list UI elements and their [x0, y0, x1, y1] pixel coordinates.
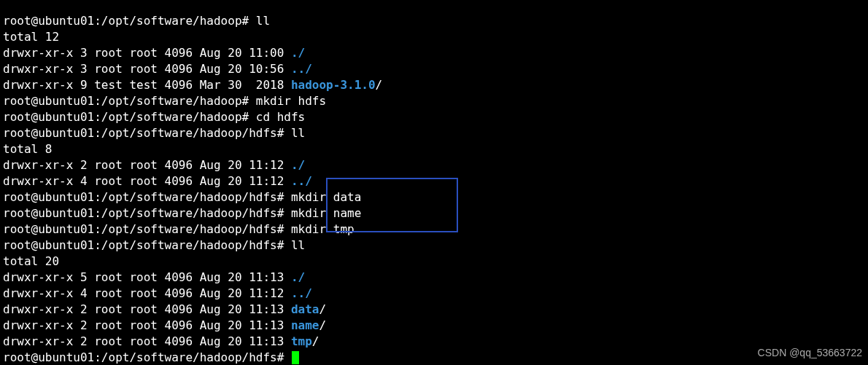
command: ll — [256, 14, 270, 28]
dir-dotdot: ../ — [291, 286, 312, 300]
command: mkdir hdfs — [256, 94, 326, 108]
line-listing: drwxr-xr-x 5 root root 4096 Aug 20 11:13… — [3, 270, 305, 284]
line-prompt: root@ubuntu01:/opt/software/hadoop# mkdi… — [3, 94, 326, 108]
line-listing: drwxr-xr-x 9 test test 4096 Mar 30 2018 … — [3, 78, 382, 92]
prompt: root@ubuntu01:/opt/software/hadoop/hdfs# — [3, 350, 291, 364]
line-prompt: root@ubuntu01:/opt/software/hadoop/hdfs#… — [3, 206, 361, 220]
line-listing: drwxr-xr-x 4 root root 4096 Aug 20 11:12… — [3, 286, 312, 300]
line-listing: drwxr-xr-x 4 root root 4096 Aug 20 11:12… — [3, 174, 312, 188]
line-listing: drwxr-xr-x 2 root root 4096 Aug 20 11:13… — [3, 318, 326, 332]
line-listing: drwxr-xr-x 2 root root 4096 Aug 20 11:12… — [3, 158, 305, 172]
command: mkdir tmp — [291, 222, 354, 236]
prompt: root@ubuntu01:/opt/software/hadoop/hdfs# — [3, 190, 291, 204]
dir-name: name — [291, 318, 319, 332]
dir-tmp: tmp — [291, 334, 312, 348]
line-total: total 8 — [3, 142, 52, 156]
line-prompt: root@ubuntu01:/opt/software/hadoop/hdfs#… — [3, 190, 361, 204]
dir-dotdot: ../ — [291, 62, 312, 76]
prompt: root@ubuntu01:/opt/software/hadoop# — [3, 110, 256, 124]
command: mkdir name — [291, 206, 361, 220]
cursor-icon — [292, 351, 299, 364]
watermark: CSDN @qq_53663722 — [758, 345, 862, 361]
dir-dotdot: ../ — [291, 174, 312, 188]
dir-dot: ./ — [291, 46, 305, 60]
line-listing: drwxr-xr-x 3 root root 4096 Aug 20 10:56… — [3, 62, 312, 76]
command: ll — [291, 126, 305, 140]
prompt: root@ubuntu01:/opt/software/hadoop/hdfs# — [3, 238, 291, 252]
prompt: root@ubuntu01:/opt/software/hadoop/hdfs# — [3, 206, 291, 220]
prompt: root@ubuntu01:/opt/software/hadoop/hdfs# — [3, 222, 291, 236]
prompt: root@ubuntu01:/opt/software/hadoop# — [3, 14, 256, 28]
line-total: total 20 — [3, 254, 59, 268]
line-prompt: root@ubuntu01:/opt/software/hadoop# ll — [3, 14, 270, 28]
line-prompt: root@ubuntu01:/opt/software/hadoop/hdfs#… — [3, 222, 354, 236]
dir-data: data — [291, 302, 319, 316]
line-listing: drwxr-xr-x 2 root root 4096 Aug 20 11:13… — [3, 334, 319, 348]
line-prompt: root@ubuntu01:/opt/software/hadoop/hdfs#… — [3, 238, 305, 252]
line-prompt: root@ubuntu01:/opt/software/hadoop# cd h… — [3, 110, 305, 124]
line-listing: drwxr-xr-x 3 root root 4096 Aug 20 11:00… — [3, 46, 305, 60]
terminal[interactable]: root@ubuntu01:/opt/software/hadoop# ll t… — [0, 12, 868, 365]
line-prompt: root@ubuntu01:/opt/software/hadoop/hdfs# — [3, 350, 299, 364]
line-total: total 12 — [3, 30, 59, 44]
dir-dot: ./ — [291, 270, 305, 284]
line-listing: drwxr-xr-x 2 root root 4096 Aug 20 11:13… — [3, 302, 326, 316]
command: mkdir data — [291, 190, 361, 204]
prompt: root@ubuntu01:/opt/software/hadoop/hdfs# — [3, 126, 291, 140]
dir-dot: ./ — [291, 158, 305, 172]
line-prompt: root@ubuntu01:/opt/software/hadoop/hdfs#… — [3, 126, 305, 140]
dir-hadoop: hadoop-3.1.0 — [291, 78, 376, 92]
command: ll — [291, 238, 305, 252]
prompt: root@ubuntu01:/opt/software/hadoop# — [3, 94, 256, 108]
command: cd hdfs — [256, 110, 305, 124]
